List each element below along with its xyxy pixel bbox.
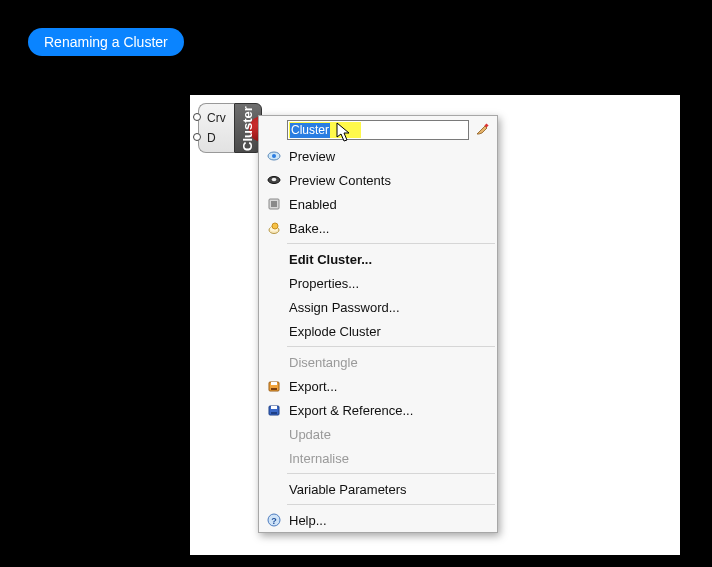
- menu-label: Preview Contents: [285, 173, 391, 188]
- menu-separator: [287, 473, 495, 474]
- menu-label: Properties...: [285, 276, 359, 291]
- enabled-icon: [263, 195, 285, 213]
- title-badge: Renaming a Cluster: [28, 28, 184, 56]
- bake-icon: [263, 219, 285, 237]
- svg-rect-11: [271, 382, 277, 385]
- title-text: Renaming a Cluster: [44, 34, 168, 50]
- menu-label: Disentangle: [285, 355, 358, 370]
- menu-separator: [287, 504, 495, 505]
- menu-label: Variable Parameters: [285, 482, 407, 497]
- menu-label: Assign Password...: [285, 300, 400, 315]
- rename-row: Cluster: [259, 116, 497, 144]
- port-dot-icon: [193, 113, 201, 121]
- edit-name-icon[interactable]: [475, 121, 491, 140]
- menu-label: Internalise: [285, 451, 349, 466]
- menu-item-help[interactable]: ? Help...: [259, 508, 497, 532]
- svg-point-9: [272, 223, 278, 229]
- input-port-crv[interactable]: Crv: [207, 111, 226, 125]
- svg-rect-15: [271, 412, 277, 414]
- svg-rect-6: [271, 201, 277, 207]
- menu-item-update: Update: [259, 422, 497, 446]
- blank-icon: [263, 250, 285, 268]
- component-inputs: Crv D: [198, 103, 234, 153]
- menu-item-edit-cluster[interactable]: Edit Cluster...: [259, 247, 497, 271]
- menu-item-enabled[interactable]: Enabled: [259, 192, 497, 216]
- blank-icon: [263, 274, 285, 292]
- menu-item-export[interactable]: Export...: [259, 374, 497, 398]
- input-port-d[interactable]: D: [207, 131, 226, 145]
- menu-item-properties[interactable]: Properties...: [259, 271, 497, 295]
- menu-separator: [287, 346, 495, 347]
- menu-label: Export...: [285, 379, 337, 394]
- menu-item-assign-password[interactable]: Assign Password...: [259, 295, 497, 319]
- menu-label: Preview: [285, 149, 335, 164]
- svg-point-2: [272, 154, 276, 158]
- menu-label: Export & Reference...: [285, 403, 413, 418]
- svg-point-4: [272, 178, 277, 182]
- blank-icon: [263, 425, 285, 443]
- menu-item-variable-parameters[interactable]: Variable Parameters: [259, 477, 497, 501]
- port-dot-icon: [193, 133, 201, 141]
- menu-item-preview-contents[interactable]: Preview Contents: [259, 168, 497, 192]
- svg-text:?: ?: [271, 516, 277, 526]
- blank-icon: [263, 298, 285, 316]
- menu-label: Bake...: [285, 221, 329, 236]
- blank-icon: [263, 353, 285, 371]
- help-icon: ?: [263, 511, 285, 529]
- export-icon: [263, 377, 285, 395]
- blank-icon: [263, 322, 285, 340]
- component-label: Cluster: [240, 106, 255, 151]
- rename-input[interactable]: Cluster: [287, 120, 469, 140]
- menu-item-bake[interactable]: Bake...: [259, 216, 497, 240]
- menu-label: Explode Cluster: [285, 324, 381, 339]
- cluster-component[interactable]: Crv D Cluster: [198, 103, 262, 153]
- blank-icon: [263, 449, 285, 467]
- menu-item-export-reference[interactable]: Export & Reference...: [259, 398, 497, 422]
- menu-item-explode-cluster[interactable]: Explode Cluster: [259, 319, 497, 343]
- menu-item-disentangle: Disentangle: [259, 350, 497, 374]
- menu-label: Edit Cluster...: [285, 252, 372, 267]
- menu-label: Update: [285, 427, 331, 442]
- menu-label: Enabled: [285, 197, 337, 212]
- rename-selected-text: Cluster: [290, 123, 330, 138]
- menu-separator: [287, 243, 495, 244]
- preview-icon: [263, 147, 285, 165]
- menu-item-internalise: Internalise: [259, 446, 497, 470]
- menu-item-preview[interactable]: Preview: [259, 144, 497, 168]
- export-reference-icon: [263, 401, 285, 419]
- context-menu: Cluster Preview: [258, 115, 498, 533]
- preview-contents-icon: [263, 171, 285, 189]
- svg-rect-14: [271, 406, 277, 409]
- canvas: Crv D Cluster Cluster: [190, 95, 680, 555]
- blank-icon: [263, 480, 285, 498]
- svg-rect-12: [271, 388, 277, 390]
- menu-label: Help...: [285, 513, 327, 528]
